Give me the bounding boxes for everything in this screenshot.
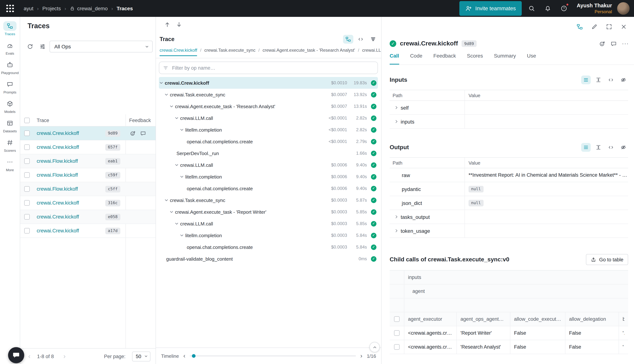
- expand-rows-icon[interactable]: [594, 143, 603, 152]
- trace-tree-row[interactable]: openai.chat.completions.create$0.00069.4…: [159, 182, 378, 194]
- tab-feedback[interactable]: Feedback: [433, 53, 456, 64]
- go-to-table-button[interactable]: Go to table: [586, 254, 628, 265]
- trace-tree-row[interactable]: guardrail-validate_blog_content0ms✓: [159, 253, 378, 265]
- eye-off-icon[interactable]: [618, 76, 628, 84]
- trace-row[interactable]: crewai.Flow.kickoffc5ff: [20, 182, 156, 196]
- trace-name-link[interactable]: crewai.Crew.kickoff: [37, 130, 79, 136]
- trace-name-link[interactable]: crewai.Flow.kickoff: [37, 172, 78, 178]
- code-view-icon[interactable]: [356, 35, 366, 44]
- chevron-down-icon[interactable]: [164, 92, 170, 97]
- row-checkbox[interactable]: [24, 172, 30, 178]
- sidebar-item-traces[interactable]: Traces: [0, 21, 20, 36]
- edit-icon[interactable]: [589, 22, 599, 32]
- trace-tree-row[interactable]: crewai.Task.execute_sync$0.00035.87s✓: [159, 194, 378, 206]
- row-checkbox[interactable]: [24, 158, 30, 164]
- filter-columns-icon[interactable]: [37, 41, 48, 52]
- tab-scores[interactable]: Scores: [467, 53, 483, 64]
- breadcrumb-project[interactable]: crewai_demo: [70, 6, 108, 11]
- chevron-right-icon[interactable]: [394, 119, 399, 124]
- timeline-next-icon[interactable]: ›: [360, 352, 362, 360]
- trace-tree-row[interactable]: litellm.completion$0.00069.40s✓: [159, 171, 378, 182]
- comment-icon[interactable]: [610, 40, 617, 47]
- trace-tree-row[interactable]: crewai.LLM.call$0.00035.85s✓: [159, 218, 378, 230]
- wandb-logo-icon[interactable]: [5, 4, 15, 14]
- chevron-down-icon[interactable]: [169, 104, 175, 109]
- chevron-down-icon[interactable]: [174, 162, 180, 167]
- prev-page-icon[interactable]: ‹: [28, 352, 31, 360]
- chevron-down-icon[interactable]: [174, 221, 180, 226]
- tab-use[interactable]: Use: [527, 53, 536, 64]
- help-icon[interactable]: ?: [558, 2, 570, 15]
- trace-path-tab[interactable]: crewai.Crew.kickoff: [160, 48, 197, 56]
- timeline-prev-icon[interactable]: ‹: [183, 352, 185, 360]
- chevron-down-icon[interactable]: [174, 116, 180, 120]
- invite-teammates-button[interactable]: Invite teammates: [460, 1, 522, 16]
- chevron-right-icon[interactable]: [394, 228, 399, 233]
- row-checkbox[interactable]: [24, 144, 30, 150]
- row-checkbox[interactable]: [24, 186, 30, 192]
- code-view-icon[interactable]: [606, 76, 616, 84]
- notifications-icon[interactable]: [541, 2, 554, 15]
- avatar[interactable]: [617, 2, 629, 15]
- chevron-down-icon[interactable]: [159, 80, 165, 85]
- chevron-down-icon[interactable]: [179, 128, 185, 132]
- tab-summary[interactable]: Summary: [494, 53, 516, 64]
- trace-tree-row[interactable]: openai.chat.completions.create<$0.00012.…: [159, 136, 378, 147]
- search-icon[interactable]: [525, 2, 538, 15]
- toggle-tree-icon[interactable]: [574, 22, 585, 32]
- sidebar-item-evals[interactable]: Evals: [0, 41, 20, 55]
- trace-path-tab[interactable]: crewai.Task.execute_sync: [204, 48, 255, 56]
- trace-row[interactable]: crewai.Flow.kickoffeab1: [20, 154, 156, 168]
- sidebar-item-more[interactable]: More: [0, 157, 20, 172]
- comment-icon[interactable]: [140, 130, 146, 136]
- add-reaction-icon[interactable]: [599, 40, 605, 47]
- trace-tree-row[interactable]: litellm.completion$0.00035.84s✓: [159, 230, 378, 241]
- trace-tree-row[interactable]: crewai.Task.execute_sync$0.000713.92s✓: [159, 89, 378, 100]
- trace-name-link[interactable]: crewai.Flow.kickoff: [37, 158, 78, 164]
- trace-tree-row[interactable]: crewai.LLM.call<$0.00012.82s✓: [159, 112, 378, 124]
- chevron-right-icon[interactable]: [394, 105, 399, 110]
- attribute-row[interactable]: tasks_output: [390, 210, 628, 224]
- refresh-icon[interactable]: [25, 41, 36, 52]
- ops-filter-select[interactable]: All Ops: [50, 41, 153, 52]
- attribute-row[interactable]: token_usage: [390, 224, 628, 238]
- per-page-select[interactable]: 50: [132, 351, 150, 361]
- trace-tree-row[interactable]: crewai.Crew.kickoff$0.001019.83s✓: [159, 77, 378, 89]
- attribute-row[interactable]: self: [390, 101, 628, 115]
- trace-tree-row[interactable]: crewai.Agent.execute_task - 'Research An…: [159, 100, 378, 112]
- next-call-icon[interactable]: [176, 21, 182, 28]
- tree-view-icon[interactable]: [343, 35, 353, 44]
- fullscreen-icon[interactable]: [604, 22, 614, 32]
- trace-tree-row[interactable]: crewai.Agent.execute_task - 'Report Writ…: [159, 206, 378, 218]
- row-checkbox[interactable]: [394, 330, 400, 336]
- chevron-down-icon[interactable]: [179, 233, 185, 238]
- trace-row[interactable]: crewai.Crew.kickoff657f: [20, 140, 156, 154]
- trace-row[interactable]: crewai.Crew.kickoffe058: [20, 210, 156, 224]
- breadcrumb-projects[interactable]: Projects: [42, 6, 61, 11]
- row-checkbox[interactable]: [24, 200, 30, 206]
- trace-row[interactable]: crewai.Crew.kickoffa17d: [20, 224, 156, 238]
- chevron-down-icon[interactable]: [164, 198, 170, 202]
- trace-tree-row[interactable]: litellm.completion<$0.00012.82s✓: [159, 124, 378, 136]
- expand-rows-icon[interactable]: [594, 76, 603, 84]
- collapse-timeline-button[interactable]: [370, 342, 380, 352]
- prev-call-icon[interactable]: [164, 21, 171, 28]
- chevron-down-icon[interactable]: [169, 210, 175, 214]
- trace-tree-row[interactable]: SerperDevTool._run1.66s✓: [159, 147, 378, 159]
- row-checkbox[interactable]: [24, 214, 30, 220]
- chat-widget-button[interactable]: [8, 347, 24, 363]
- row-checkbox[interactable]: [24, 130, 30, 136]
- trace-name-link[interactable]: crewai.Flow.kickoff: [37, 186, 78, 192]
- attribute-row[interactable]: json_dictnull: [390, 196, 628, 210]
- close-icon[interactable]: [618, 22, 629, 32]
- trace-row[interactable]: crewai.Crew.kickoff316c: [20, 196, 156, 210]
- child-call-row[interactable]: <crewai.agents.cre…'Report Writer'FalseF…: [390, 326, 628, 340]
- user-menu[interactable]: Ayush Thakur Personal: [577, 2, 612, 14]
- list-view-icon[interactable]: [581, 143, 591, 152]
- code-view-icon[interactable]: [606, 143, 616, 152]
- attribute-row[interactable]: pydanticnull: [390, 182, 628, 196]
- row-checkbox[interactable]: [24, 228, 30, 234]
- trace-name-link[interactable]: crewai.Crew.kickoff: [37, 200, 79, 206]
- trace-path-tab[interactable]: crewai.LLM.cal: [362, 48, 381, 56]
- select-all-checkbox[interactable]: [24, 118, 30, 123]
